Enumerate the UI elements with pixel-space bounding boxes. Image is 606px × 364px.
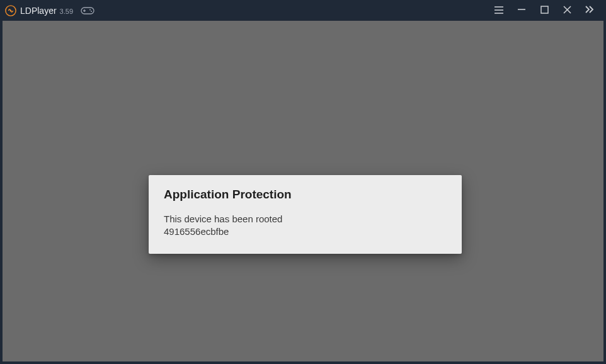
titlebar: LDPlayer 3.59	[0, 0, 606, 21]
dialog-message-line: This device has been rooted	[164, 213, 447, 225]
app-logo-icon	[5, 5, 16, 16]
application-protection-dialog: Application Protection This device has b…	[149, 175, 462, 254]
svg-point-5	[89, 9, 91, 10]
svg-rect-11	[541, 6, 548, 13]
maximize-button[interactable]	[533, 0, 556, 21]
emulator-display: Application Protection This device has b…	[3, 21, 603, 361]
titlebar-controls	[488, 0, 601, 21]
svg-point-1	[10, 9, 12, 11]
titlebar-left: LDPlayer 3.59	[5, 5, 94, 16]
dialog-title: Application Protection	[164, 188, 447, 202]
dialog-message-line: 4916556ecbfbe	[164, 225, 447, 238]
menu-button[interactable]	[488, 0, 510, 21]
maximize-icon	[540, 5, 549, 16]
close-button[interactable]	[556, 0, 578, 21]
gamepad-icon[interactable]	[81, 6, 94, 15]
app-version: 3.59	[60, 8, 73, 15]
dialog-message: This device has been rooted 4916556ecbfb…	[164, 213, 447, 239]
app-name: LDPlayer	[20, 6, 57, 16]
minimize-icon	[517, 5, 526, 16]
minimize-button[interactable]	[510, 0, 533, 21]
svg-point-6	[91, 11, 92, 12]
close-icon	[563, 5, 571, 16]
expand-sidebar-button[interactable]	[578, 0, 601, 21]
chevron-double-right-icon	[585, 5, 595, 16]
hamburger-icon	[495, 5, 503, 16]
